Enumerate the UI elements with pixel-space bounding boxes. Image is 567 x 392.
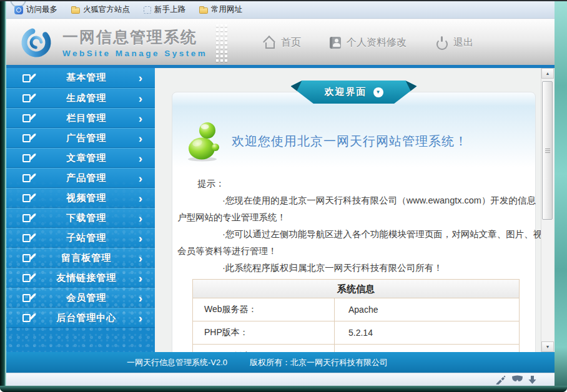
folder-icon bbox=[71, 7, 80, 14]
app-title: 一网信息管理系统 bbox=[62, 27, 207, 47]
tip-line: ·此系统程序版权归属北京一网天行科技有限公司所有！ bbox=[177, 260, 547, 277]
sidebar-item-label: 友情链接管理 bbox=[34, 272, 139, 284]
table-cell-key: Web服务器： bbox=[193, 298, 335, 321]
tips-block: 提示： ·您现在使用的是北京一网天行科技有限公司（www.ewangtx.com… bbox=[177, 175, 547, 277]
chevron-right-icon: › bbox=[139, 192, 142, 204]
edit-pencil-icon bbox=[22, 252, 34, 263]
chevron-right-icon: › bbox=[139, 172, 142, 184]
edit-pencil-icon bbox=[22, 72, 34, 84]
nav-label: 首页 bbox=[281, 36, 301, 49]
sidebar-item-label: 栏目管理 bbox=[34, 112, 139, 124]
edit-pencil-icon bbox=[22, 232, 34, 243]
decorative-dots-grid bbox=[216, 24, 230, 62]
window-border-bottom bbox=[0, 386, 567, 392]
tip-line: 户型网站的专业管理系统！ bbox=[177, 209, 547, 226]
download-arrow-icon[interactable] bbox=[528, 375, 538, 385]
logo-group[interactable]: 一网信息管理系统 WebSite Manage System bbox=[19, 24, 207, 61]
sidebar-item[interactable]: 产品管理 › bbox=[6, 168, 155, 188]
chevron-right-icon: › bbox=[139, 252, 142, 264]
chevron-right-icon: › bbox=[139, 232, 142, 244]
sidebar-item[interactable]: 视频管理 › bbox=[6, 188, 155, 208]
bookmark-item[interactable]: 火狐官方站点 bbox=[67, 2, 134, 17]
vertical-scrollbar[interactable]: ▲ ▼ bbox=[541, 68, 553, 352]
sidebar-item-label: 后台管理中心 bbox=[34, 312, 139, 324]
chevron-right-icon: › bbox=[139, 132, 142, 144]
nav-item[interactable]: 退出 bbox=[435, 36, 473, 49]
chevron-right-icon: › bbox=[139, 152, 142, 164]
bookmark-item[interactable]: 访问最多 bbox=[10, 2, 62, 17]
chevron-right-icon: › bbox=[139, 92, 142, 104]
chevron-right-icon: › bbox=[139, 272, 142, 284]
bookmark-label: 火狐官方站点 bbox=[83, 4, 130, 15]
sidebar-item-label: 下载管理 bbox=[34, 212, 139, 224]
edit-pencil-icon bbox=[22, 192, 34, 203]
app-header: 一网信息管理系统 WebSite Manage System 首页 个人资料修改… bbox=[6, 19, 555, 65]
folder-icon bbox=[199, 7, 208, 14]
content-area: 欢迎界面 ▼ bbox=[155, 68, 547, 352]
sidebar-item[interactable]: 留言板管理 › bbox=[6, 248, 155, 268]
sidebar-item-label: 产品管理 bbox=[34, 172, 139, 184]
table-row: PHP版本： 5.2.14 bbox=[193, 321, 519, 345]
scrollbar-thumb[interactable] bbox=[542, 81, 553, 220]
sidebar-item[interactable]: 子站管理 › bbox=[6, 228, 155, 248]
title-block: 一网信息管理系统 WebSite Manage System bbox=[62, 27, 207, 58]
table-row: Web服务器： Apache bbox=[193, 298, 519, 321]
tip-line: ·您现在使用的是北京一网天行科技有限公司（www.ewangtx.com）开发的… bbox=[177, 192, 547, 209]
system-info-table: 系统信息 Web服务器： Apache PHP版本： 5.2.14 MySQL版… bbox=[192, 279, 520, 352]
welcome-heading: 欢迎您使用北京一网天行网站管理系统！ bbox=[232, 133, 468, 150]
chevron-right-icon: › bbox=[139, 212, 142, 224]
edit-pencil-icon bbox=[22, 152, 34, 164]
profile-icon bbox=[330, 37, 341, 49]
chevron-right-icon: › bbox=[139, 292, 142, 304]
sidebar-item-label: 子站管理 bbox=[34, 232, 139, 244]
sidebar-item[interactable]: 栏目管理 › bbox=[6, 108, 155, 128]
sidebar-item-label: 视频管理 bbox=[34, 192, 139, 204]
nav-item[interactable]: 个人资料修改 bbox=[330, 36, 407, 49]
scroll-down-button[interactable]: ▼ bbox=[541, 341, 554, 352]
sidebar-item-label: 广告管理 bbox=[34, 132, 139, 144]
bookmark-label: 访问最多 bbox=[26, 4, 57, 15]
sidebar-item[interactable]: 友情链接管理 › bbox=[6, 268, 155, 288]
sidebar-item-label: 生成管理 bbox=[34, 92, 139, 104]
edit-pencil-icon bbox=[22, 132, 34, 144]
chevron-down-icon[interactable]: ▼ bbox=[373, 87, 383, 97]
tip-line: 会员等资料等进行管理！ bbox=[177, 243, 547, 260]
bookmark-item[interactable]: 新手上路 bbox=[139, 2, 190, 17]
table-cell-value: 5.2.14 bbox=[335, 321, 519, 344]
bookmarks-toolbar: 访问最多 火狐官方站点 新手上路 常用网址 bbox=[6, 1, 555, 19]
sidebar-item[interactable]: 后台管理中心 › bbox=[6, 308, 155, 328]
nav-item[interactable]: 首页 bbox=[263, 36, 301, 49]
chevron-right-icon: › bbox=[139, 112, 142, 124]
edit-pencil-icon bbox=[22, 92, 34, 104]
sidebar-menu: 基本管理 › 生成管理 › 栏目管理 › 广告管理 › 文章管理 › 产品管理 … bbox=[6, 68, 155, 352]
edit-pencil-icon bbox=[22, 292, 34, 303]
power-icon bbox=[435, 36, 448, 49]
welcome-banner[interactable]: 欢迎界面 ▼ bbox=[291, 81, 417, 104]
bookmark-label: 新手上路 bbox=[154, 4, 185, 15]
banner-label: 欢迎界面 bbox=[325, 86, 367, 98]
web-page: 一网信息管理系统 WebSite Manage System 首页 个人资料修改… bbox=[6, 19, 555, 386]
table-title: 系统信息 bbox=[193, 280, 519, 298]
sidebar-item[interactable]: 基本管理 › bbox=[6, 68, 155, 88]
header-nav: 首页 个人资料修改 退出 bbox=[263, 19, 473, 66]
brush-icon[interactable] bbox=[495, 375, 506, 385]
table-cell-key: PHP版本： bbox=[193, 321, 335, 344]
welcome-row: 欢迎您使用北京一网天行网站管理系统！ bbox=[183, 120, 535, 162]
browser-window: 访问最多 火狐官方站点 新手上路 常用网址 bbox=[0, 0, 567, 392]
edit-pencil-icon bbox=[22, 272, 34, 283]
sidebar-item[interactable]: 会员管理 › bbox=[6, 288, 155, 308]
scroll-up-button[interactable]: ▲ bbox=[541, 68, 554, 79]
chevron-right-icon: › bbox=[139, 312, 142, 324]
edit-pencil-icon bbox=[22, 172, 34, 184]
logo-swirl-icon bbox=[19, 24, 55, 61]
sidebar-item[interactable]: 文章管理 › bbox=[6, 148, 155, 168]
sidebar-item[interactable]: 生成管理 › bbox=[6, 88, 155, 108]
sidebar-item[interactable]: 广告管理 › bbox=[6, 128, 155, 148]
bookmark-item[interactable]: 常用网址 bbox=[195, 2, 247, 17]
green-avatar-icon bbox=[183, 120, 223, 162]
sidebar-item[interactable]: 下载管理 › bbox=[6, 208, 155, 228]
app-subtitle: WebSite Manage System bbox=[62, 49, 207, 58]
edit-pencil-icon bbox=[22, 212, 34, 223]
footer-version: 一网天行信息管理系统-V2.0 bbox=[127, 357, 227, 368]
privacy-mask-icon[interactable] bbox=[511, 375, 522, 385]
